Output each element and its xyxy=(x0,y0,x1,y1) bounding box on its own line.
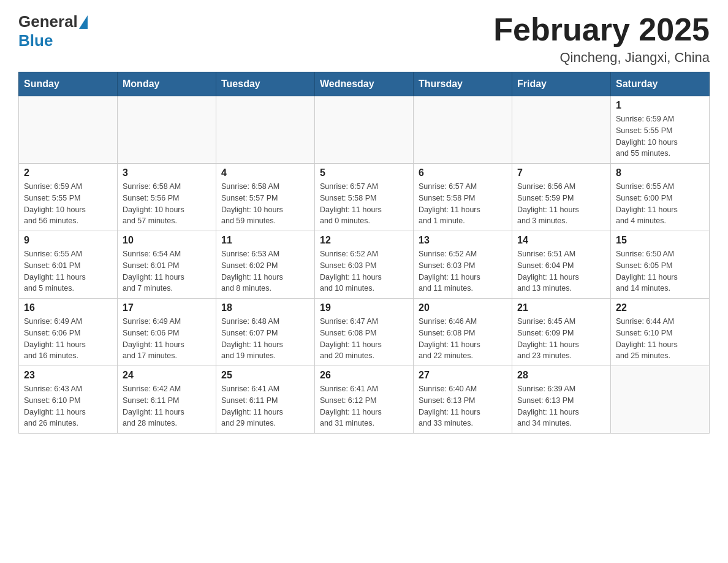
calendar-cell: 26Sunrise: 6:41 AM Sunset: 6:12 PM Dayli… xyxy=(315,366,414,434)
day-number: 27 xyxy=(419,370,507,381)
calendar-cell: 2Sunrise: 6:59 AM Sunset: 5:55 PM Daylig… xyxy=(19,164,118,231)
day-info: Sunrise: 6:46 AM Sunset: 6:08 PM Dayligh… xyxy=(419,316,507,362)
calendar-cell: 9Sunrise: 6:55 AM Sunset: 6:01 PM Daylig… xyxy=(19,231,118,299)
day-number: 21 xyxy=(517,302,605,313)
day-number: 12 xyxy=(320,235,408,246)
logo-triangle-icon xyxy=(79,15,88,29)
calendar-cell: 6Sunrise: 6:57 AM Sunset: 5:58 PM Daylig… xyxy=(414,164,512,231)
calendar-cell: 15Sunrise: 6:50 AM Sunset: 6:05 PM Dayli… xyxy=(611,231,710,299)
calendar-cell: 24Sunrise: 6:42 AM Sunset: 6:11 PM Dayli… xyxy=(118,366,216,434)
day-info: Sunrise: 6:39 AM Sunset: 6:13 PM Dayligh… xyxy=(517,383,605,429)
weekday-header-sunday: Sunday xyxy=(19,72,118,96)
day-number: 25 xyxy=(221,370,309,381)
calendar-cell: 17Sunrise: 6:49 AM Sunset: 6:06 PM Dayli… xyxy=(118,299,216,366)
day-info: Sunrise: 6:48 AM Sunset: 6:07 PM Dayligh… xyxy=(221,316,309,362)
weekday-header-row: SundayMondayTuesdayWednesdayThursdayFrid… xyxy=(19,72,710,96)
calendar-cell: 16Sunrise: 6:49 AM Sunset: 6:06 PM Dayli… xyxy=(19,299,118,366)
calendar-week-3: 9Sunrise: 6:55 AM Sunset: 6:01 PM Daylig… xyxy=(19,231,710,299)
weekday-header-thursday: Thursday xyxy=(414,72,512,96)
calendar-table: SundayMondayTuesdayWednesdayThursdayFrid… xyxy=(18,72,710,434)
calendar-cell: 19Sunrise: 6:47 AM Sunset: 6:08 PM Dayli… xyxy=(315,299,414,366)
calendar-cell: 27Sunrise: 6:40 AM Sunset: 6:13 PM Dayli… xyxy=(414,366,512,434)
day-number: 8 xyxy=(616,167,704,178)
calendar-week-1: 1Sunrise: 6:59 AM Sunset: 5:55 PM Daylig… xyxy=(19,96,710,164)
calendar-cell: 14Sunrise: 6:51 AM Sunset: 6:04 PM Dayli… xyxy=(512,231,611,299)
day-number: 14 xyxy=(517,235,605,246)
day-number: 9 xyxy=(24,235,112,246)
calendar-cell: 21Sunrise: 6:45 AM Sunset: 6:09 PM Dayli… xyxy=(512,299,611,366)
calendar-cell: 7Sunrise: 6:56 AM Sunset: 5:59 PM Daylig… xyxy=(512,164,611,231)
weekday-header-wednesday: Wednesday xyxy=(315,72,414,96)
calendar-cell: 25Sunrise: 6:41 AM Sunset: 6:11 PM Dayli… xyxy=(216,366,315,434)
calendar-cell: 3Sunrise: 6:58 AM Sunset: 5:56 PM Daylig… xyxy=(118,164,216,231)
weekday-header-friday: Friday xyxy=(512,72,611,96)
weekday-header-saturday: Saturday xyxy=(611,72,710,96)
calendar-cell: 12Sunrise: 6:52 AM Sunset: 6:03 PM Dayli… xyxy=(315,231,414,299)
day-info: Sunrise: 6:47 AM Sunset: 6:08 PM Dayligh… xyxy=(320,316,408,362)
logo: General Blue xyxy=(18,12,89,50)
day-number: 2 xyxy=(24,167,112,178)
day-info: Sunrise: 6:57 AM Sunset: 5:58 PM Dayligh… xyxy=(419,181,507,227)
calendar-cell xyxy=(315,96,414,164)
calendar-cell: 10Sunrise: 6:54 AM Sunset: 6:01 PM Dayli… xyxy=(118,231,216,299)
calendar-cell: 28Sunrise: 6:39 AM Sunset: 6:13 PM Dayli… xyxy=(512,366,611,434)
calendar-cell: 1Sunrise: 6:59 AM Sunset: 5:55 PM Daylig… xyxy=(611,96,710,164)
calendar-cell xyxy=(512,96,611,164)
calendar-cell xyxy=(611,366,710,434)
day-info: Sunrise: 6:49 AM Sunset: 6:06 PM Dayligh… xyxy=(123,316,211,362)
day-info: Sunrise: 6:59 AM Sunset: 5:55 PM Dayligh… xyxy=(24,181,112,227)
day-number: 13 xyxy=(419,235,507,246)
day-info: Sunrise: 6:54 AM Sunset: 6:01 PM Dayligh… xyxy=(123,248,211,294)
day-number: 10 xyxy=(123,235,211,246)
day-info: Sunrise: 6:41 AM Sunset: 6:12 PM Dayligh… xyxy=(320,383,408,429)
location-title: Qincheng, Jiangxi, China xyxy=(493,50,710,66)
day-number: 23 xyxy=(24,370,112,381)
calendar-cell: 22Sunrise: 6:44 AM Sunset: 6:10 PM Dayli… xyxy=(611,299,710,366)
day-info: Sunrise: 6:55 AM Sunset: 6:01 PM Dayligh… xyxy=(24,248,112,294)
calendar-cell: 20Sunrise: 6:46 AM Sunset: 6:08 PM Dayli… xyxy=(414,299,512,366)
calendar-cell: 8Sunrise: 6:55 AM Sunset: 6:00 PM Daylig… xyxy=(611,164,710,231)
day-info: Sunrise: 6:49 AM Sunset: 6:06 PM Dayligh… xyxy=(24,316,112,362)
page-header: General Blue February 2025 Qincheng, Jia… xyxy=(18,12,710,66)
day-number: 24 xyxy=(123,370,211,381)
day-info: Sunrise: 6:51 AM Sunset: 6:04 PM Dayligh… xyxy=(517,248,605,294)
day-number: 11 xyxy=(221,235,309,246)
day-info: Sunrise: 6:53 AM Sunset: 6:02 PM Dayligh… xyxy=(221,248,309,294)
weekday-header-monday: Monday xyxy=(118,72,216,96)
logo-general-text: General xyxy=(18,12,78,31)
day-number: 4 xyxy=(221,167,309,178)
day-number: 17 xyxy=(123,302,211,313)
day-info: Sunrise: 6:42 AM Sunset: 6:11 PM Dayligh… xyxy=(123,383,211,429)
calendar-cell: 13Sunrise: 6:52 AM Sunset: 6:03 PM Dayli… xyxy=(414,231,512,299)
calendar-cell xyxy=(118,96,216,164)
day-number: 1 xyxy=(616,100,704,111)
logo-blue-text: Blue xyxy=(18,31,53,50)
day-info: Sunrise: 6:55 AM Sunset: 6:00 PM Dayligh… xyxy=(616,181,704,227)
day-number: 7 xyxy=(517,167,605,178)
day-info: Sunrise: 6:56 AM Sunset: 5:59 PM Dayligh… xyxy=(517,181,605,227)
month-title: February 2025 xyxy=(493,12,710,47)
day-number: 5 xyxy=(320,167,408,178)
day-info: Sunrise: 6:59 AM Sunset: 5:55 PM Dayligh… xyxy=(616,113,704,159)
calendar-cell: 4Sunrise: 6:58 AM Sunset: 5:57 PM Daylig… xyxy=(216,164,315,231)
calendar-cell: 5Sunrise: 6:57 AM Sunset: 5:58 PM Daylig… xyxy=(315,164,414,231)
weekday-header-tuesday: Tuesday xyxy=(216,72,315,96)
day-info: Sunrise: 6:45 AM Sunset: 6:09 PM Dayligh… xyxy=(517,316,605,362)
day-info: Sunrise: 6:52 AM Sunset: 6:03 PM Dayligh… xyxy=(419,248,507,294)
day-info: Sunrise: 6:40 AM Sunset: 6:13 PM Dayligh… xyxy=(419,383,507,429)
day-info: Sunrise: 6:52 AM Sunset: 6:03 PM Dayligh… xyxy=(320,248,408,294)
day-info: Sunrise: 6:57 AM Sunset: 5:58 PM Dayligh… xyxy=(320,181,408,227)
day-number: 28 xyxy=(517,370,605,381)
calendar-week-4: 16Sunrise: 6:49 AM Sunset: 6:06 PM Dayli… xyxy=(19,299,710,366)
day-number: 19 xyxy=(320,302,408,313)
day-number: 3 xyxy=(123,167,211,178)
calendar-cell: 18Sunrise: 6:48 AM Sunset: 6:07 PM Dayli… xyxy=(216,299,315,366)
day-info: Sunrise: 6:58 AM Sunset: 5:56 PM Dayligh… xyxy=(123,181,211,227)
day-info: Sunrise: 6:44 AM Sunset: 6:10 PM Dayligh… xyxy=(616,316,704,362)
calendar-week-2: 2Sunrise: 6:59 AM Sunset: 5:55 PM Daylig… xyxy=(19,164,710,231)
day-info: Sunrise: 6:58 AM Sunset: 5:57 PM Dayligh… xyxy=(221,181,309,227)
calendar-cell: 11Sunrise: 6:53 AM Sunset: 6:02 PM Dayli… xyxy=(216,231,315,299)
day-number: 15 xyxy=(616,235,704,246)
calendar-cell xyxy=(216,96,315,164)
day-number: 20 xyxy=(419,302,507,313)
